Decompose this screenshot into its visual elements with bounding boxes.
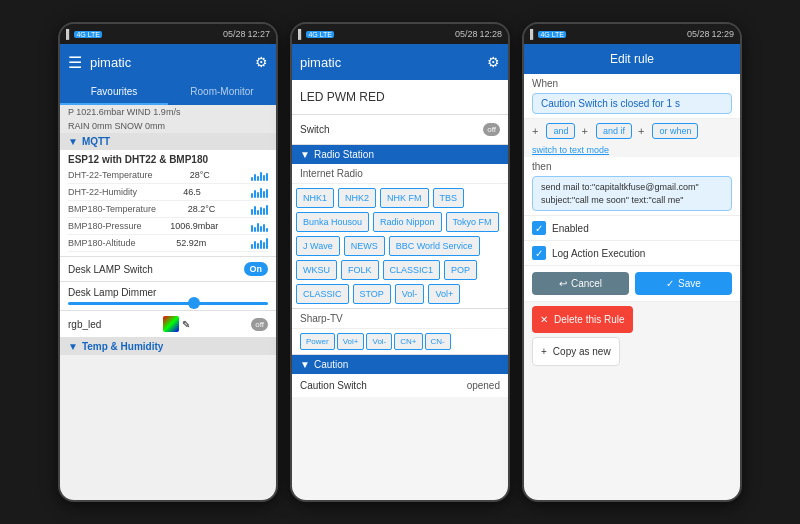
condition-box: Caution Switch is closed for 1 s: [532, 93, 732, 114]
caution-switch-name: Caution Switch: [300, 380, 367, 391]
status-right-2: 05/28 12:28: [455, 29, 502, 39]
desk-dimmer-row: Desk Lamp Dimmer: [60, 282, 276, 311]
caution-section-title: Caution: [314, 359, 348, 370]
log-action-checkbox[interactable]: ✓: [532, 246, 546, 260]
sensor-val-pressure: 1006.9mbar: [170, 221, 218, 231]
sensor-val-altitude: 52.92m: [176, 238, 206, 248]
edit-icon[interactable]: ✎: [182, 319, 190, 330]
signal-icon-1: ▌: [66, 29, 72, 39]
save-button[interactable]: ✓ Save: [635, 272, 732, 295]
dimmer-slider-thumb[interactable]: [188, 297, 200, 309]
time-2: 12:28: [479, 29, 502, 39]
radio-btn-wksu[interactable]: WKSU: [296, 260, 337, 280]
gear-icon-2[interactable]: ⚙: [487, 54, 500, 70]
sensor-name-humidity: DHT-22-Humidity: [68, 187, 137, 197]
logic-buttons-row: + and + and if + or when: [524, 119, 740, 143]
sensor-name-bmp-temp: BMP180-Temperature: [68, 204, 156, 214]
hamburger-icon-1[interactable]: ☰: [68, 53, 82, 72]
tab-room-monitor[interactable]: Room-Monitor: [168, 80, 276, 105]
undo-icon: ↩: [559, 278, 567, 289]
tv-btn-power[interactable]: Power: [300, 333, 335, 350]
edit-rule-title: Edit rule: [610, 52, 654, 66]
tv-btn-cnplus[interactable]: CN+: [394, 333, 422, 350]
lte-badge-3: 4G LTE: [538, 31, 566, 38]
tv-btn-voldown[interactable]: Vol-: [366, 333, 392, 350]
cancel-button[interactable]: ↩ Cancel: [532, 272, 629, 295]
copy-as-new-button[interactable]: + Copy as new: [532, 337, 620, 366]
radio-btn-tokyofm[interactable]: Tokyo FM: [446, 212, 499, 232]
sensor-name-pressure: BMP180-Pressure: [68, 221, 142, 231]
sensor-dht22-humidity: DHT-22-Humidity 46.5: [68, 184, 268, 201]
tv-buttons-container: Power Vol+ Vol- CN+ CN-: [292, 329, 508, 355]
radio-btn-nhk1[interactable]: NHK1: [296, 188, 334, 208]
graph-pressure: [251, 220, 268, 232]
tab-bar-1: Favourites Room-Monitor: [60, 80, 276, 105]
radio-btn-jwave[interactable]: J Wave: [296, 236, 340, 256]
date-3: 05/28: [687, 29, 710, 39]
radio-btn-classic1[interactable]: CLASSIC1: [383, 260, 441, 280]
led-pwm-row: LED PWM RED: [292, 80, 508, 115]
tv-btn-cnminus[interactable]: CN-: [425, 333, 451, 350]
caution-switch-status: opened: [467, 380, 500, 391]
radio-btn-radionippon[interactable]: Radio Nippon: [373, 212, 442, 232]
phone1-content: P 1021.6mbar WIND 1.9m/s RAIN 0mm SNOW 0…: [60, 105, 276, 500]
sensor-val-bmp-temp: 28.2°C: [188, 204, 216, 214]
logic-btn-orwhen[interactable]: or when: [652, 123, 698, 139]
logic-btn-and[interactable]: and: [546, 123, 575, 139]
radio-btn-pop[interactable]: POP: [444, 260, 477, 280]
radio-btn-nhk2[interactable]: NHK2: [338, 188, 376, 208]
radio-btn-bbcws[interactable]: BBC World Service: [389, 236, 480, 256]
device-title-esp12: ESP12 with DHT22 & BMP180: [68, 154, 268, 165]
time-3: 12:29: [711, 29, 734, 39]
temp-humidity-label: Temp & Humidity: [82, 341, 163, 352]
plus-icon-andif: +: [581, 125, 587, 137]
status-left-3: ▌ 4G LTE: [530, 29, 566, 39]
desk-lamp-toggle[interactable]: On: [244, 262, 269, 276]
status-bar-1: ▌ 4G LTE 05/28 12:27: [60, 24, 276, 44]
radio-btn-bunka[interactable]: Bunka Housou: [296, 212, 369, 232]
radio-btn-volup[interactable]: Vol+: [428, 284, 460, 304]
rgb-led-row: rgb_led ✎ off: [60, 311, 276, 338]
date-1: 05/28: [223, 29, 246, 39]
status-bar-3: ▌ 4G LTE 05/28 12:29: [524, 24, 740, 44]
radio-btn-stop[interactable]: STOP: [353, 284, 391, 304]
rgb-toggle[interactable]: off: [251, 318, 268, 331]
enabled-label: Enabled: [552, 223, 589, 234]
sensor-bmp180-temp: BMP180-Temperature 28.2°C: [68, 201, 268, 218]
radio-btn-news[interactable]: NEWS: [344, 236, 385, 256]
triangle-icon-2: ▼: [68, 341, 78, 352]
caution-switch-row: Caution Switch opened: [292, 374, 508, 397]
dimmer-slider-track[interactable]: [68, 302, 268, 305]
radio-buttons-container: NHK1 NHK2 NHK FM TBS Bunka Housou Radio …: [292, 184, 508, 309]
lte-badge-1: 4G LTE: [74, 31, 102, 38]
logic-btn-andif[interactable]: and if: [596, 123, 632, 139]
radio-section-title: Radio Station: [314, 149, 374, 160]
radio-btn-nhkfm[interactable]: NHK FM: [380, 188, 429, 208]
radio-btn-voldown[interactable]: Vol-: [395, 284, 425, 304]
gear-icon-1[interactable]: ⚙: [255, 54, 268, 70]
desk-lamp-switch-label: Desk LAMP Switch: [68, 264, 153, 275]
when-section: When Caution Switch is closed for 1 s: [524, 74, 740, 119]
sensor-name-dht-temp: DHT-22-Temperature: [68, 170, 153, 180]
delete-rule-button[interactable]: ✕ Delete this Rule: [532, 306, 633, 333]
enabled-checkbox[interactable]: ✓: [532, 221, 546, 235]
radio-btn-folk[interactable]: FOLK: [341, 260, 379, 280]
info-row-pressure: P 1021.6mbar WIND 1.9m/s: [60, 105, 276, 119]
graph-humidity: [251, 186, 268, 198]
cancel-label: Cancel: [571, 278, 602, 289]
status-left-2: ▌ 4G LTE: [298, 29, 334, 39]
radio-btn-tbs[interactable]: TBS: [433, 188, 465, 208]
switch-toggle[interactable]: off: [483, 123, 500, 136]
radio-btn-classic[interactable]: CLASSIC: [296, 284, 349, 304]
save-label: Save: [678, 278, 701, 289]
tv-btn-volup[interactable]: Vol+: [337, 333, 365, 350]
x-icon: ✕: [540, 314, 548, 325]
tab-favourites[interactable]: Favourites: [60, 80, 168, 105]
mqtt-label: MQTT: [82, 136, 110, 147]
status-left-1: ▌ 4G LTE: [66, 29, 102, 39]
then-label: then: [532, 161, 732, 172]
plus-icon-and: +: [532, 125, 538, 137]
phone-1: ▌ 4G LTE 05/28 12:27 ☰ pimatic ⚙ Favouri…: [58, 22, 278, 502]
switch-to-text[interactable]: switch to text mode: [524, 143, 740, 157]
color-swatch[interactable]: [163, 316, 179, 332]
